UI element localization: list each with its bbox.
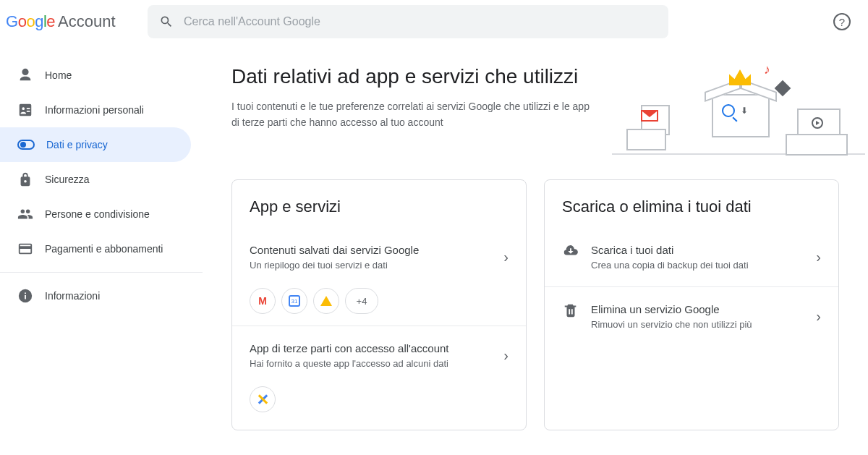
item-subtitle: Hai fornito a queste app l'accesso ad al…	[250, 357, 492, 370]
product-label: Account	[58, 12, 116, 31]
sidebar-item-security[interactable]: Sicurezza	[0, 162, 191, 197]
sidebar-item-payments[interactable]: Pagamenti e abbonamenti	[0, 231, 191, 266]
trash-icon	[562, 302, 579, 319]
google-logo: Google	[6, 12, 55, 31]
magnifier-icon	[722, 104, 735, 117]
card-title: Scarica o elimina i tuoi dati	[545, 197, 838, 216]
credit-card-icon	[17, 241, 33, 257]
logo[interactable]: Google Account	[3, 12, 148, 31]
card-title: App e servizi	[232, 197, 526, 216]
search-icon	[159, 14, 174, 29]
top-bar: Google Account ?	[0, 0, 868, 43]
item-saved-content[interactable]: Contenuti salvati dai servizi Google Un …	[232, 232, 526, 282]
id-card-icon	[17, 102, 33, 118]
sidebar-item-label: Pagamenti e abbonamenti	[45, 243, 163, 255]
drive-icon[interactable]	[313, 288, 339, 314]
sidebar-item-label: Sicurezza	[45, 174, 89, 185]
item-third-party-apps[interactable]: App di terze parti con accesso all'accou…	[232, 326, 526, 380]
sidebar-item-label: Informazioni	[45, 290, 100, 302]
home-icon	[17, 67, 33, 83]
item-title: Scarica i tuoi dati	[591, 242, 804, 258]
item-subtitle: Crea una copia di backup dei tuoi dati	[591, 259, 804, 272]
sidebar-item-label: Persone e condivisione	[45, 208, 150, 220]
sidebar-item-data-privacy[interactable]: Dati e privacy	[0, 127, 191, 162]
people-icon	[17, 206, 33, 222]
sidebar-item-label: Informazioni personali	[45, 104, 144, 116]
sidebar-item-about[interactable]: Informazioni	[0, 278, 191, 313]
card-download-delete: Scarica o elimina i tuoi dati Scarica i …	[544, 179, 839, 430]
info-icon	[17, 288, 33, 304]
tag-icon	[775, 80, 791, 97]
music-note-icon: ♪	[764, 62, 770, 77]
search-input[interactable]	[184, 15, 657, 28]
crown-icon	[729, 69, 751, 85]
page-title: Dati relativi ad app e servizi che utili…	[231, 65, 597, 88]
item-download-data[interactable]: Scarica i tuoi dati Crea una copia di ba…	[545, 232, 838, 282]
sidebar: Home Informazioni personali Dati e priva…	[0, 43, 203, 455]
download-icon: ⬇	[741, 106, 748, 116]
card-apps-services: App e servizi Contenuti salvati dai serv…	[231, 179, 527, 430]
item-subtitle: Rimuovi un servizio che non utilizzi più	[591, 318, 804, 331]
page-description: I tuoi contenuti e le tue preferenze cor…	[231, 98, 597, 131]
lock-icon	[17, 171, 33, 187]
search-box[interactable]	[148, 5, 668, 38]
chevron-right-icon: ›	[816, 249, 821, 265]
sidebar-item-label: Dati e privacy	[46, 139, 108, 150]
cloud-download-icon	[562, 242, 579, 260]
service-icons-row: M 31 +4	[232, 288, 526, 314]
item-title: Contenuti salvati dai servizi Google	[250, 242, 492, 258]
toggle-icon	[17, 140, 35, 150]
third-party-icons-row	[232, 386, 526, 412]
sidebar-item-label: Home	[45, 69, 72, 81]
help-icon[interactable]: ?	[833, 13, 851, 30]
hero-illustration: ♪ ⬇	[626, 65, 851, 159]
chevron-right-icon: ›	[816, 308, 821, 325]
item-title: App di terze parti con accesso all'accou…	[250, 341, 452, 356]
sidebar-divider	[0, 272, 203, 273]
main-content: Dati relativi ad app e servizi che utili…	[203, 43, 868, 455]
gmail-icon[interactable]: M	[250, 288, 276, 314]
chevron-right-icon: ›	[503, 249, 509, 265]
play-icon	[812, 117, 823, 129]
item-title: Elimina un servizio Google	[591, 302, 804, 317]
item-subtitle: Un riepilogo dei tuoi servizi e dati	[250, 259, 492, 272]
calendar-icon[interactable]: 31	[281, 288, 307, 314]
sidebar-item-home[interactable]: Home	[0, 58, 191, 93]
more-services-chip[interactable]: +4	[345, 288, 378, 314]
sidebar-item-personal-info[interactable]: Informazioni personali	[0, 93, 191, 127]
chevron-right-icon: ›	[503, 347, 509, 364]
item-delete-service[interactable]: Elimina un servizio Google Rimuovi un se…	[545, 286, 838, 341]
sidebar-item-people-sharing[interactable]: Persone e condivisione	[0, 197, 191, 231]
third-party-app-icon[interactable]	[250, 386, 276, 412]
